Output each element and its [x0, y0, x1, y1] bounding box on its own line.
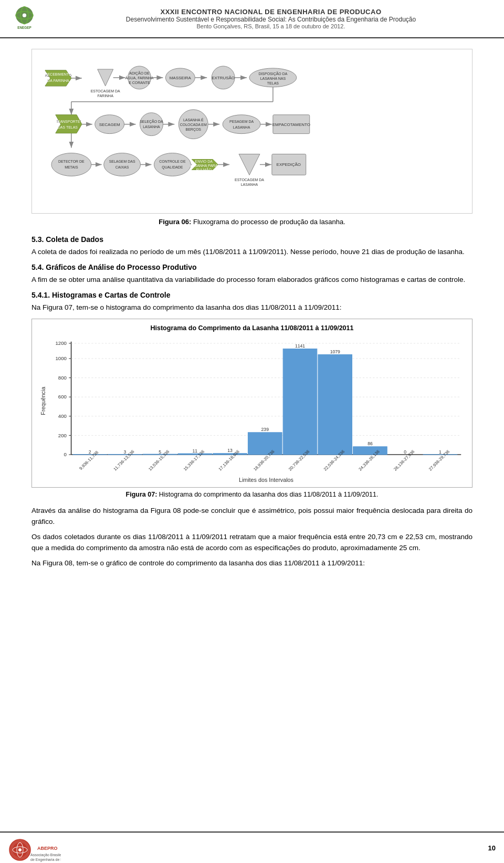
page-header: ENEGEP XXXII ENCONTRO NACIONAL DE ENGENH… — [0, 0, 504, 38]
svg-text:TELAS: TELAS — [267, 81, 279, 85]
svg-rect-116 — [213, 454, 247, 455]
svg-text:EMPACOTAMENTO: EMPACOTAMENTO — [272, 122, 310, 127]
svg-text:CONTROLE DE: CONTROLE DE — [159, 160, 186, 163]
section-54-title: Gráficos de Análise do Processo Produtiv… — [46, 263, 196, 271]
svg-point-49 — [223, 115, 260, 134]
svg-point-146 — [18, 848, 22, 851]
svg-text:13: 13 — [227, 448, 233, 453]
svg-rect-122 — [318, 355, 352, 455]
svg-point-3 — [22, 13, 26, 17]
analysis-paragraph-2: Os dados coletados durante os dias 11/08… — [32, 532, 472, 554]
svg-marker-73 — [239, 154, 260, 175]
svg-text:200: 200 — [58, 433, 67, 438]
svg-text:QUALIDADE: QUALIDADE — [162, 165, 183, 170]
svg-text:CAIXAS: CAIXAS — [116, 165, 129, 169]
svg-text:LASANHA PARA: LASANHA PARA — [190, 164, 218, 167]
svg-text:1000: 1000 — [55, 355, 67, 361]
svg-text:239: 239 — [261, 427, 269, 432]
svg-text:ESTOCAGEM DA: ESTOCAGEM DA — [91, 89, 120, 93]
svg-rect-124 — [353, 447, 387, 455]
svg-text:ABEPRO: ABEPRO — [37, 846, 58, 851]
analysis-paragraph-1: Através da análise do histograma da Figu… — [32, 506, 472, 528]
svg-text:1079: 1079 — [330, 349, 340, 354]
svg-text:SELEÇÃO DA: SELEÇÃO DA — [140, 119, 163, 124]
svg-text:3: 3 — [123, 449, 126, 455]
svg-text:METAIS: METAIS — [65, 165, 78, 169]
svg-point-60 — [104, 153, 141, 176]
section-541-intro: Na Figura 07, tem-se o histograma do com… — [32, 302, 472, 313]
svg-text:BERÇOS: BERÇOS — [186, 128, 202, 132]
histogram-title: Histograma do Comprimento da Lasanha 11/… — [37, 324, 467, 332]
section-53-number: 5.3. — [32, 235, 44, 244]
figure08-intro: Na Figura 08, tem-se o gráfico de contro… — [32, 558, 472, 569]
svg-marker-82 — [56, 115, 82, 133]
svg-text:RECEBIMENTO: RECEBIMENTO — [45, 72, 72, 76]
svg-text:LASANHA NAS: LASANHA NAS — [260, 77, 286, 80]
svg-text:EXTRUSÃO: EXTRUSÃO — [212, 76, 235, 80]
svg-text:2: 2 — [89, 449, 91, 455]
main-content: RECEBIMENTO DA FARINHA ESTOCAGEM DA FARI… — [0, 38, 504, 611]
header-text-block: XXXII ENCONTRO NACIONAL DE ENGENHARIA DE… — [46, 8, 496, 29]
svg-text:PULMÃO: PULMÃO — [196, 167, 212, 172]
svg-rect-114 — [178, 454, 212, 455]
histogram-svg: Frequência 0 200 400 600 800 1000 1200 — [37, 336, 467, 483]
svg-text:600: 600 — [58, 394, 67, 400]
svg-text:SECAGEM: SECAGEM — [99, 122, 120, 127]
header-title: XXXII ENCONTRO NACIONAL DE ENGENHARIA DE… — [46, 8, 496, 16]
section-54: 5.4. Gráficos de Análise do Processo Pro… — [32, 263, 472, 286]
section-53-paragraph: A coleta de dados foi realizada no perío… — [32, 247, 472, 258]
svg-text:LASANHA: LASANHA — [143, 125, 160, 129]
svg-text:1141: 1141 — [295, 343, 305, 349]
svg-text:Associação Brasileira: Associação Brasileira — [30, 853, 61, 857]
svg-text:ADIÇÃO DE: ADIÇÃO DE — [129, 71, 150, 76]
svg-text:400: 400 — [58, 413, 67, 419]
svg-marker-11 — [98, 69, 113, 86]
section-54-number: 5.4. — [32, 263, 44, 271]
svg-text:LASANHA: LASANHA — [233, 125, 250, 129]
header-subtitle: Desenvolvimento Sustentável e Responsabi… — [46, 16, 496, 23]
svg-text:5: 5 — [159, 449, 161, 455]
svg-text:DAS TELAS: DAS TELAS — [58, 125, 78, 129]
svg-text:11: 11 — [193, 448, 198, 454]
svg-point-64 — [154, 153, 191, 176]
svg-text:PESAGEM DA: PESAGEM DA — [229, 120, 254, 123]
abepro-logo: ABEPRO Associação Brasileira de Engenhar… — [8, 835, 56, 860]
svg-text:SELAGEM DAS: SELAGEM DAS — [109, 160, 135, 163]
svg-text:1: 1 — [439, 449, 442, 455]
svg-text:EXPEDIÇÃO: EXPEDIÇÃO — [277, 162, 301, 167]
svg-text:MASSEIRA: MASSEIRA — [170, 76, 192, 80]
svg-text:1200: 1200 — [55, 340, 67, 346]
svg-text:ESTOCAGEM DA: ESTOCAGEM DA — [235, 178, 264, 182]
flowchart-figure: RECEBIMENTO DA FARINHA ESTOCAGEM DA FARI… — [32, 49, 472, 214]
section-53-title: Coleta de Dados — [46, 235, 103, 244]
svg-text:Limites dos Intervalos: Limites dos Intervalos — [239, 477, 293, 483]
svg-rect-118 — [248, 433, 282, 455]
svg-text:800: 800 — [58, 375, 67, 381]
histogram-figure: Histograma do Comprimento da Lasanha 11/… — [32, 319, 472, 488]
svg-text:LASANHA: LASANHA — [241, 183, 258, 186]
header-location: Bento Gonçalves, RS, Brasil, 15 a 18 de … — [46, 23, 496, 29]
figure07-caption: Figura 07: Histograma do comprimento da … — [32, 491, 472, 498]
svg-text:ÁGUA, FARINHA: ÁGUA, FARINHA — [125, 76, 154, 80]
page-footer: ABEPRO Associação Brasileira de Engenhar… — [0, 832, 504, 863]
svg-rect-120 — [283, 349, 317, 455]
svg-text:TRANSPORTE: TRANSPORTE — [55, 120, 80, 123]
svg-text:FARINHA: FARINHA — [98, 94, 114, 98]
section-53: 5.3. Coleta de Dados A coleta de dados f… — [32, 235, 472, 258]
svg-text:0: 0 — [64, 451, 67, 457]
svg-text:LASANHA É: LASANHA É — [183, 118, 204, 122]
svg-text:DISPOSIÇÃO DA: DISPOSIÇÃO DA — [258, 71, 287, 76]
svg-text:E CORANTE: E CORANTE — [129, 81, 150, 85]
svg-text:Frequência: Frequência — [40, 387, 46, 415]
svg-point-56 — [51, 153, 91, 176]
enengep-logo: ENEGEP — [8, 4, 40, 33]
svg-text:86: 86 — [368, 441, 373, 446]
section-541-title: 5.4.1. Histogramas e Cartas de Controle — [32, 291, 472, 299]
section-54-paragraph: A fim de se obter uma análise quantitati… — [32, 275, 472, 286]
page-number: 10 — [488, 844, 496, 852]
svg-text:DA FARINHA: DA FARINHA — [47, 79, 69, 82]
svg-text:0: 0 — [404, 449, 406, 455]
svg-text:ENEGEP: ENEGEP — [17, 25, 32, 29]
svg-text:ENVIO DA: ENVIO DA — [195, 160, 213, 163]
section-541: 5.4.1. Histogramas e Cartas de Controle … — [32, 291, 472, 313]
